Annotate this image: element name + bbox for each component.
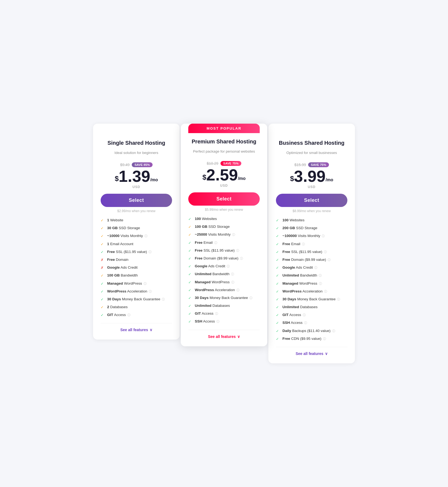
list-item: ✓SSH Access ⓘ [276, 320, 347, 325]
feature-bold: SSH [282, 321, 290, 325]
info-icon: ⓘ [304, 321, 307, 324]
feature-text: SSH Access ⓘ [282, 320, 307, 325]
checkmark-icon: ✓ [276, 329, 280, 334]
list-item: ✓WordPress Acceleration ⓘ [276, 289, 347, 294]
info-icon: ⓘ [303, 313, 306, 317]
checkmark-icon: ✓ [188, 311, 193, 316]
checkmark-icon: ✓ [276, 218, 280, 223]
info-icon: ⓘ [323, 337, 326, 340]
feature-text: Free Domain [107, 257, 129, 262]
renew-text: $5.99/mo when you renew [188, 208, 260, 212]
checkmark-icon: ✓ [276, 250, 280, 255]
checkmark-icon: ✓ [188, 256, 193, 261]
list-item: ✓100 GB SSD Storage [188, 224, 260, 229]
info-icon: ⓘ [240, 257, 243, 260]
list-item: ✓Free Email ⓘ [188, 240, 260, 245]
feature-bold: GIT [282, 313, 289, 317]
feature-text: Free Domain ($9.99 value) ⓘ [282, 257, 331, 262]
price-number: 2.59 [206, 167, 238, 183]
feature-bold: Daily [282, 329, 291, 333]
list-item: ✓GIT Access ⓘ [101, 312, 172, 318]
per-month: /mo [150, 177, 158, 182]
feature-bold: 30 Days [195, 296, 209, 300]
checkmark-icon: ✓ [276, 305, 280, 310]
feature-bold: SSH [195, 319, 202, 323]
feature-text: Free SSL ($11.95 value) ⓘ [195, 248, 239, 253]
checkmark-icon: ✓ [188, 248, 193, 253]
current-price-row: $2.59/mo [188, 167, 260, 183]
feature-bold: 100 GB [195, 225, 207, 229]
list-item: ✓GIT Access ⓘ [276, 312, 347, 318]
info-icon: ⓘ [236, 288, 239, 292]
renew-text: $2.99/mo when you renew [101, 209, 172, 213]
per-month: /mo [325, 177, 333, 182]
see-all-features-link[interactable]: See all features ∨ [101, 323, 172, 332]
plan-card-premium: MOST POPULARPremium Shared HostingPerfec… [181, 124, 267, 346]
original-price: $15.99 [294, 163, 306, 167]
feature-bold: ~10000 [107, 234, 119, 238]
original-price-row: $10.29SAVE 75% [188, 161, 260, 166]
list-item: ✓~100000 Visits Monthly ⓘ [276, 233, 347, 239]
info-icon: ⓘ [215, 312, 218, 315]
feature-text: Google Ads Credit ⓘ [195, 264, 230, 269]
feature-text: SSH Access ⓘ [195, 319, 219, 324]
info-icon: ⓘ [332, 329, 335, 333]
feature-text: WordPress Acceleration ⓘ [282, 289, 327, 294]
checkmark-icon: ✓ [188, 319, 193, 324]
info-icon: ⓘ [232, 233, 235, 236]
info-icon: ⓘ [227, 265, 230, 268]
feature-text: Managed WordPress ⓘ [107, 281, 147, 286]
plan-subtitle: Perfect package for personal websites [188, 146, 260, 156]
checkmark-icon: ✓ [101, 297, 105, 302]
feature-text: ~100000 Visits Monthly ⓘ [282, 233, 325, 239]
checkmark-icon: ✓ [101, 313, 105, 318]
info-icon: ⓘ [214, 241, 217, 244]
feature-text: Free Domain ($9.99 value) ⓘ [195, 256, 243, 261]
feature-text: 30 Days Money Back Guarantee ⓘ [282, 297, 340, 302]
usd-label: USD [101, 185, 172, 189]
info-icon: ⓘ [231, 281, 234, 284]
plan-card-business: Business Shared HostingOptimized for sma… [268, 124, 355, 363]
checkmark-icon: ✓ [101, 273, 105, 278]
list-item: ✓Unlimited Bandwidth ⓘ [188, 272, 260, 277]
price-area: $9.49SAVE 85%$1.39/moUSD [101, 162, 172, 189]
info-icon: ⓘ [249, 296, 252, 300]
feature-text: Free SSL ($11.95 value) ⓘ [282, 249, 327, 255]
feature-bold: Google [107, 265, 120, 269]
feature-text: Unlimited Bandwidth ⓘ [195, 272, 234, 277]
feature-bold: 2 [107, 305, 109, 309]
current-price-row: $1.39/mo [101, 168, 172, 185]
feature-text: 100 GB Bandwidth [107, 273, 138, 278]
feature-bold: 30 Days [107, 297, 121, 301]
select-button[interactable]: Select [188, 192, 260, 206]
checkmark-icon: ✓ [188, 217, 193, 222]
feature-bold: Free [282, 337, 290, 341]
save-badge: SAVE 75% [220, 161, 241, 166]
info-icon: ⓘ [127, 313, 130, 317]
checkmark-icon: ✓ [101, 226, 105, 231]
list-item: ✓1 Website [101, 218, 172, 223]
feature-text: WordPress Acceleration ⓘ [107, 289, 152, 294]
see-all-features-link[interactable]: See all features ∨ [276, 347, 347, 356]
checkmark-icon: ✓ [188, 296, 193, 301]
checkmark-icon: ✓ [276, 297, 280, 302]
select-button[interactable]: Select [101, 194, 172, 207]
list-item: ✓100 Websites [276, 218, 347, 223]
feature-bold: ~100000 [282, 234, 297, 238]
feature-text: Free SSL ($11.95 value) ⓘ [107, 249, 151, 255]
info-icon: ⓘ [149, 250, 151, 254]
see-all-features-link[interactable]: See all features ∨ [188, 330, 260, 339]
list-item: ✓30 Days Money Back Guarantee ⓘ [188, 295, 260, 301]
plan-inner: Single Shared HostingIdeal solution for … [101, 132, 172, 332]
info-icon: ⓘ [149, 290, 152, 293]
feature-text: ~10000 Visits Monthly ⓘ [107, 233, 147, 239]
feature-bold: 30 Days [282, 297, 296, 301]
list-item: ✓WordPress Acceleration ⓘ [101, 289, 172, 294]
pricing-container: Single Shared HostingIdeal solution for … [89, 124, 359, 363]
select-button[interactable]: Select [276, 194, 347, 207]
plan-subtitle: Ideal solution for beginners [101, 148, 172, 157]
list-item: ✓Managed WordPress ⓘ [188, 280, 260, 285]
checkmark-icon: ✓ [188, 304, 193, 308]
feature-bold: WordPress [107, 289, 126, 293]
plan-inner: Premium Shared HostingPerfect package fo… [188, 133, 260, 339]
